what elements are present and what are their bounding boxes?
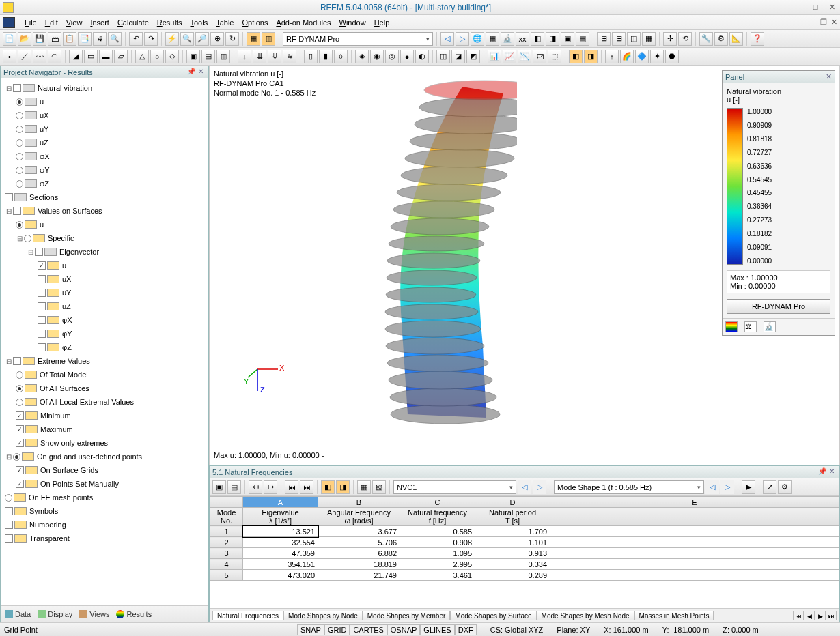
menu-table[interactable]: Table	[212, 17, 238, 28]
freq-tab-1[interactable]: Mode Shapes by Node	[283, 611, 363, 620]
open-icon[interactable]: 📂	[18, 32, 31, 46]
tree-radio[interactable]	[16, 98, 23, 106]
tree-radio[interactable]	[16, 180, 23, 188]
cube-iso-icon[interactable]: ◪	[451, 50, 465, 63]
tree-label[interactable]: Extreme Values	[38, 357, 90, 365]
tree-label[interactable]: Natural vibration	[38, 84, 92, 92]
menu-window[interactable]: Window	[335, 17, 370, 28]
tree-label[interactable]: Values on Surfaces	[38, 207, 102, 215]
scale5-icon[interactable]: ⬣	[665, 50, 679, 63]
scale2-icon[interactable]: 🌈	[620, 50, 634, 63]
menu-insert[interactable]: Insert	[86, 17, 113, 28]
status-toggle-dxf[interactable]: DXF	[455, 624, 477, 635]
tree-checkbox[interactable]	[38, 275, 46, 283]
legend-colors-icon[interactable]	[725, 321, 738, 332]
tree-label[interactable]: uX	[40, 111, 48, 119]
load2-icon[interactable]: ⇊	[253, 50, 266, 63]
tree-label[interactable]: φX	[40, 152, 49, 160]
tb2-c-icon[interactable]: ▥	[216, 50, 230, 63]
menu-options[interactable]: Options	[238, 17, 272, 28]
tree-label[interactable]: u	[62, 261, 66, 270]
view3-icon[interactable]: ▣	[561, 32, 574, 46]
diag3-icon[interactable]: 📉	[518, 50, 531, 63]
tree-checkbox[interactable]	[5, 507, 13, 515]
tree-checkbox[interactable]	[38, 343, 46, 351]
tree-radio[interactable]	[16, 126, 23, 133]
help-icon[interactable]: ❓	[751, 32, 764, 46]
tb2-b-icon[interactable]: ▤	[201, 50, 215, 63]
results-tree[interactable]: ⊟Natural vibrationuuXuYuZφXφYφZSections⊟…	[1, 78, 208, 605]
diag2-icon[interactable]: 📈	[503, 50, 516, 63]
tree-label[interactable]: uX	[62, 275, 71, 283]
ft-settings-icon[interactable]: ⚙	[778, 480, 792, 494]
tree-label[interactable]: Maximum	[40, 425, 73, 433]
tree-label[interactable]: Transparent	[29, 534, 70, 543]
mat-icon[interactable]: ◢	[69, 50, 83, 63]
tree-label[interactable]: uY	[40, 125, 48, 133]
memb-icon[interactable]: ▬	[99, 50, 113, 63]
tree-checkbox[interactable]: ✓	[16, 480, 24, 488]
tree-label[interactable]: φX	[62, 316, 72, 324]
nav-next-icon[interactable]: ▷	[456, 32, 469, 46]
tree-label[interactable]: φY	[62, 330, 72, 338]
tree-label[interactable]: u	[40, 220, 44, 229]
menu-edit[interactable]: Edit	[41, 17, 62, 28]
table-row[interactable]: 5473.02021.7493.4610.289	[210, 570, 839, 581]
legend-microscope-icon[interactable]: 🔬	[764, 321, 776, 332]
table-row[interactable]: 347.3596.8821.0950.913	[210, 548, 839, 559]
ft-anim-icon[interactable]: ▶	[742, 480, 755, 494]
copy-icon[interactable]: 📋	[63, 32, 76, 46]
cube-persp-icon[interactable]: ◫	[436, 50, 450, 63]
calc-icon[interactable]: 🔬	[501, 32, 514, 46]
status-toggle-cartes[interactable]: CARTES	[350, 624, 387, 635]
tree-expand-icon[interactable]: ⊟	[5, 358, 13, 365]
tree-label[interactable]: uZ	[62, 302, 71, 310]
tree-label[interactable]: φY	[40, 166, 49, 174]
cube3-icon[interactable]: ◊	[334, 50, 348, 63]
tree-expand-icon[interactable]: ⊟	[27, 248, 35, 256]
panel2-icon[interactable]: ▥	[262, 32, 275, 46]
res1-icon[interactable]: ◧	[569, 50, 583, 63]
grid4-icon[interactable]: ▦	[642, 32, 656, 46]
status-toggle-grid[interactable]: GRID	[324, 624, 350, 635]
tool2-icon[interactable]: ⚙	[714, 32, 728, 46]
tree-checkbox[interactable]: ✓	[16, 411, 24, 420]
tree-radio[interactable]	[16, 221, 23, 229]
nvc-next-icon[interactable]: ▷	[533, 480, 546, 494]
maximize-button[interactable]: □	[810, 3, 821, 12]
tree-expand-icon[interactable]: ⊟	[16, 235, 24, 242]
menu-view[interactable]: View	[62, 17, 87, 28]
freq-tab-4[interactable]: Mode Shapes by Mesh Node	[537, 611, 634, 620]
menu-add-on-modules[interactable]: Add-on Modules	[272, 17, 335, 28]
surf-icon[interactable]: ▱	[114, 50, 128, 63]
support-icon[interactable]: △	[135, 50, 149, 63]
save-icon[interactable]: 💾	[33, 32, 46, 46]
legend-close-icon[interactable]: ✕	[826, 72, 832, 81]
tree-checkbox[interactable]	[13, 357, 21, 365]
legend-balance-icon[interactable]: ⚖	[744, 321, 757, 332]
frequencies-table[interactable]: A B C D E ModeNo. Eigenvalueλ [1/s²] Ang…	[210, 496, 839, 581]
freq-tab-nav-icon[interactable]: ⏮	[793, 611, 804, 620]
ft-toggle1-icon[interactable]: ◧	[321, 480, 335, 494]
zoom-icon[interactable]: 🔍	[180, 32, 194, 46]
tree-label[interactable]: Symbols	[29, 507, 58, 515]
scale3-icon[interactable]: 🔷	[635, 50, 649, 63]
nvc-dropdown[interactable]: NVC1	[393, 480, 516, 494]
tree-checkbox[interactable]	[5, 193, 13, 201]
panel1-icon[interactable]: ▦	[247, 32, 260, 46]
status-toggle-glines[interactable]: GLINES	[420, 624, 454, 635]
tab-data[interactable]: Data	[5, 610, 31, 618]
preview-icon[interactable]: 🔍	[108, 32, 122, 46]
tree-radio[interactable]	[24, 235, 31, 242]
polyline-icon[interactable]: 〰	[33, 50, 46, 63]
filter5-icon[interactable]: ◐	[415, 50, 429, 63]
tab-display[interactable]: Display	[38, 610, 72, 618]
diag5-icon[interactable]: ⬚	[548, 50, 561, 63]
tool1-icon[interactable]: 🔧	[699, 32, 713, 46]
menu-calculate[interactable]: Calculate	[113, 17, 153, 28]
tree-label[interactable]: Of All Surfaces	[40, 384, 89, 392]
ft-btn4-icon[interactable]: ↦	[264, 480, 277, 494]
ft-last-icon[interactable]: ⏭	[300, 480, 313, 494]
tree-checkbox[interactable]	[38, 302, 46, 310]
tree-expand-icon[interactable]: ⊟	[5, 207, 13, 215]
